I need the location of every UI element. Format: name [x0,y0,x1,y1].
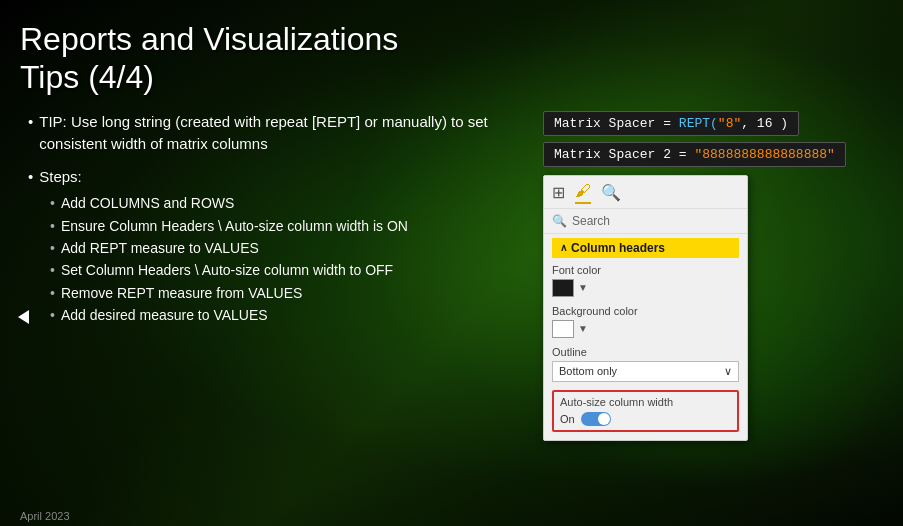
font-color-label: Font color [552,264,739,276]
section-header-label: Column headers [571,241,665,255]
title-line2: Tips (4/4) [20,59,154,95]
toggle-thumb [598,413,610,425]
step-1-text: Add COLUMNS and ROWS [61,192,235,214]
auto-size-section: Auto-size column width On [552,390,739,432]
toggle-on-label: On [560,413,575,425]
list-item: Add desired measure to VALUES [50,304,523,326]
steps-header: Steps: [20,166,523,189]
list-item: Set Column Headers \ Auto-size column wi… [50,259,523,281]
list-item: Add REPT measure to VALUES [50,237,523,259]
step-5-text: Remove REPT measure from VALUES [61,282,302,304]
step-3-text: Add REPT measure to VALUES [61,237,259,259]
bg-color-label: Background color [552,305,739,317]
outline-dropdown-chevron: ∨ [724,365,732,378]
left-column: TIP: Use long string (created with repea… [20,111,523,516]
format-icon[interactable]: 🖌 [575,182,591,204]
outline-value: Bottom only [559,365,617,377]
outline-label: Outline [552,346,739,358]
outline-dropdown[interactable]: Bottom only ∨ [552,361,739,382]
font-color-row: ▼ [552,279,739,297]
step-2-text: Ensure Column Headers \ Auto-size column… [61,215,408,237]
tip-bullet: TIP: Use long string (created with repea… [20,111,523,156]
formula1-sep: , 16 [741,116,772,131]
step-6-text: Add desired measure to VALUES [61,304,268,326]
formula1-close: ) [772,116,788,131]
title-line1: Reports and Visualizations [20,21,398,57]
steps-list: Add COLUMNS and ROWS Ensure Column Heade… [20,192,523,326]
auto-size-label: Auto-size column width [560,396,731,408]
toggle-row: On [560,412,731,426]
slide-title: Reports and Visualizations Tips (4/4) [20,20,883,97]
list-item: Add COLUMNS and ROWS [50,192,523,214]
steps-label-text: Steps: [39,166,82,189]
formula1-str: "8" [718,116,741,131]
list-item: Remove REPT measure from VALUES [50,282,523,304]
step-4-text: Set Column Headers \ Auto-size column wi… [61,259,393,281]
right-column: Matrix Spacer = REPT("8", 16 ) Matrix Sp… [543,111,883,516]
formula-box-2: Matrix Spacer 2 = "8888888888888888" [543,142,846,167]
bg-color-swatch[interactable] [552,320,574,338]
formula-box-1: Matrix Spacer = REPT("8", 16 ) [543,111,799,136]
main-layout: TIP: Use long string (created with repea… [20,111,883,516]
column-headers-section: ∧ Column headers Font color ▼ Background… [544,234,747,440]
search-icon: 🔍 [552,214,567,228]
font-color-swatch[interactable] [552,279,574,297]
pbi-format-panel: ⊞ 🖌 🔍 🔍 Search ∧ Column headers [543,175,748,441]
chevron-up-icon: ∧ [560,242,567,253]
font-color-dropdown-arrow[interactable]: ▼ [578,282,588,293]
bg-color-dropdown-arrow[interactable]: ▼ [578,323,588,334]
search-bar[interactable]: 🔍 Search [544,209,747,234]
cursor-pointer-icon [18,310,29,324]
slide-content: Reports and Visualizations Tips (4/4) TI… [0,0,903,526]
search-placeholder-text: Search [572,214,610,228]
table-icon[interactable]: ⊞ [552,183,565,202]
auto-size-toggle[interactable] [581,412,611,426]
formula1-func: REPT( [679,116,718,131]
tip-text: TIP: Use long string (created with repea… [39,111,523,156]
formula2-str: "8888888888888888" [694,147,834,162]
list-item: Ensure Column Headers \ Auto-size column… [50,215,523,237]
formula2-prefix: Matrix Spacer 2 = [554,147,694,162]
analytics-icon[interactable]: 🔍 [601,183,621,202]
column-headers-header[interactable]: ∧ Column headers [552,238,739,258]
formula1-prefix: Matrix Spacer = [554,116,679,131]
pbi-toolbar: ⊞ 🖌 🔍 [544,176,747,209]
bg-color-row: ▼ [552,320,739,338]
footer-text: April 2023 [20,510,70,522]
